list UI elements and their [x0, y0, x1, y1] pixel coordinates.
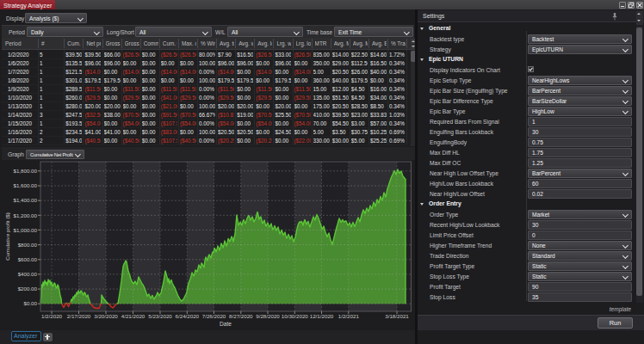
- svg-text:1/2/2020: 1/2/2020: [41, 313, 63, 319]
- svg-text:$1,000.00: $1,000.00: [13, 227, 37, 233]
- svg-text:12/1/2020: 12/1/2020: [310, 313, 334, 319]
- svg-text:9/28/2020: 9/28/2020: [256, 313, 280, 319]
- svg-text:$1,200.00: $1,200.00: [13, 212, 37, 218]
- svg-text:$200.00: $200.00: [18, 286, 38, 292]
- svg-text:1/2/2021: 1/2/2021: [338, 313, 360, 319]
- svg-text:$400.00: $400.00: [18, 271, 38, 277]
- svg-text:5/23/2020: 5/23/2020: [148, 313, 172, 319]
- svg-text:$1,400.00: $1,400.00: [13, 197, 37, 203]
- svg-text:$1,600.00: $1,600.00: [13, 182, 37, 188]
- svg-text:$600.00: $600.00: [18, 256, 38, 262]
- svg-text:10/30/2020: 10/30/2020: [282, 313, 309, 319]
- svg-text:2/17/2020: 2/17/2020: [67, 313, 91, 319]
- svg-text:Cumulative profit ($): Cumulative profit ($): [4, 212, 10, 261]
- svg-text:8/27/2020: 8/27/2020: [229, 313, 253, 319]
- svg-text:3/20/2020: 3/20/2020: [94, 313, 118, 319]
- svg-text:$1,800.00: $1,800.00: [13, 168, 37, 174]
- svg-text:4/21/2020: 4/21/2020: [121, 313, 146, 319]
- svg-text:7/26/2020: 7/26/2020: [202, 313, 226, 319]
- svg-text:Date: Date: [220, 321, 232, 327]
- svg-text:$800.00: $800.00: [18, 242, 38, 248]
- svg-text:6/24/2020: 6/24/2020: [176, 313, 200, 319]
- svg-text:3/18/2021: 3/18/2021: [385, 313, 409, 319]
- svg-text:$0.00: $0.00: [24, 300, 38, 306]
